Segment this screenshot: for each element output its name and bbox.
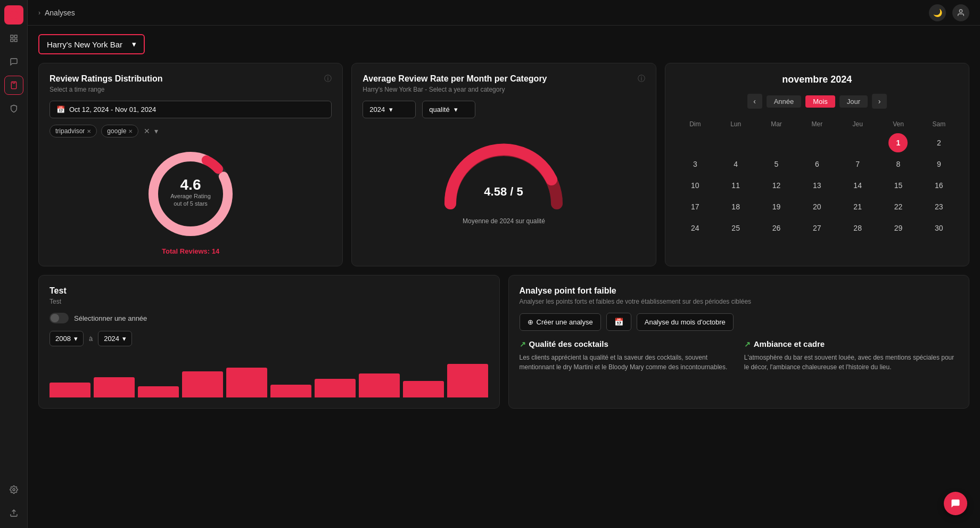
bar-1: [50, 383, 90, 397]
source-tags-row: tripadvisor ✕ google ✕ ✕ ▾: [50, 125, 332, 137]
create-analysis-button[interactable]: ⊕ Créer une analyse: [520, 313, 601, 331]
avg-review-dropdowns: 2024 ▾ qualité ▾: [363, 101, 645, 118]
cal-day-15[interactable]: 15: [888, 176, 908, 195]
col1-title-row: ↗ Qualité des cocktails: [520, 339, 734, 348]
svg-point-0: [10, 11, 18, 19]
analysis-col-2: ↗ Ambiance et cadre L'atmosphère du bar …: [744, 339, 958, 372]
tags-expand-icon[interactable]: ▾: [154, 127, 158, 135]
cal-day-8[interactable]: 8: [888, 155, 908, 174]
date-range-picker[interactable]: 📅 Oct 12, 2024 - Nov 01, 2024: [50, 101, 332, 118]
cal-day-2[interactable]: 2: [929, 133, 949, 152]
cal-day-17[interactable]: 17: [686, 197, 705, 216]
svg-text:out of 5 stars: out of 5 stars: [174, 200, 208, 207]
calendar-nav: ‹ Année Mois Jour ›: [676, 94, 958, 109]
col2-title-row: ↗ Ambiance et cadre: [744, 339, 958, 348]
total-reviews-label: Total Reviews:: [162, 247, 210, 255]
test-card: Test Test Sélectionner une année 2008 ▾ …: [38, 275, 500, 409]
bar-9: [403, 381, 444, 398]
calendar-month-view-button[interactable]: Mois: [805, 95, 835, 108]
cal-day-25[interactable]: 25: [726, 218, 745, 238]
tags-clear-icon[interactable]: ✕: [144, 127, 150, 135]
cal-day-10[interactable]: 10: [686, 176, 705, 195]
review-ratings-info-icon[interactable]: ⓘ: [324, 74, 332, 84]
cal-day-27[interactable]: 27: [808, 218, 827, 238]
year-toggle-label: Sélectionner une année: [74, 314, 147, 322]
year-toggle-switch[interactable]: [50, 313, 69, 323]
calendar-grid: Dim Lun Mar Mer Jeu Ven Sam 1 2 3: [676, 117, 958, 238]
google-tag[interactable]: google ✕: [101, 125, 138, 137]
user-profile-button[interactable]: [952, 4, 969, 21]
cal-day-18[interactable]: 18: [726, 197, 745, 216]
cal-day-6[interactable]: 6: [808, 155, 827, 174]
venue-chevron-icon: ▾: [132, 39, 136, 49]
cal-day-12[interactable]: 12: [767, 176, 786, 195]
october-analysis-button[interactable]: Analyse du mois d'octobre: [637, 313, 734, 331]
sidebar-item-chat[interactable]: [4, 52, 23, 71]
sidebar-item-settings[interactable]: [4, 480, 23, 499]
calendar-day-view-button[interactable]: Jour: [839, 95, 868, 108]
create-analysis-label: Créer une analyse: [537, 318, 593, 326]
cal-day-9[interactable]: 9: [929, 155, 949, 174]
cal-day-1[interactable]: 1: [888, 133, 908, 152]
year-from-value: 2008: [55, 335, 71, 343]
theme-toggle-button[interactable]: 🌙: [929, 4, 946, 21]
sidebar-item-clipboard[interactable]: [4, 76, 23, 95]
analysis-columns: ↗ Qualité des cocktails Les clients appr…: [520, 339, 959, 372]
calendar-next-button[interactable]: ›: [872, 94, 887, 109]
cal-day-11[interactable]: 11: [726, 176, 745, 195]
bar-chart: [50, 355, 489, 397]
cal-day-4[interactable]: 4: [726, 155, 745, 174]
bar-6: [270, 385, 311, 398]
test-card-subtitle: Test: [50, 298, 489, 305]
cal-day-22[interactable]: 22: [888, 197, 908, 216]
cal-day-26[interactable]: 26: [767, 218, 786, 238]
svg-rect-5: [13, 82, 15, 83]
cal-day-21[interactable]: 21: [848, 197, 867, 216]
venue-dropdown[interactable]: Harry's New York Bar ▾: [38, 34, 145, 54]
avg-review-info-icon[interactable]: ⓘ: [638, 74, 645, 84]
google-remove-icon[interactable]: ✕: [128, 128, 133, 134]
cal-day-19[interactable]: 19: [767, 197, 786, 216]
gauge-chart: 4.58 / 5: [440, 140, 567, 214]
calendar-year-view-button[interactable]: Année: [767, 95, 802, 108]
tripadvisor-remove-icon[interactable]: ✕: [87, 128, 91, 134]
year-to-select[interactable]: 2024 ▾: [98, 331, 132, 346]
sidebar-item-grid[interactable]: [4, 29, 23, 48]
svg-point-6: [13, 489, 15, 491]
cal-day-30[interactable]: 30: [929, 218, 949, 238]
col1-text: Les clients apprécient la qualité et la …: [520, 353, 734, 372]
calendar-btn-icon: 📅: [614, 318, 623, 326]
cal-day-24[interactable]: 24: [686, 218, 705, 238]
cal-day-14[interactable]: 14: [848, 176, 867, 195]
chat-bubble-button[interactable]: [944, 492, 967, 515]
sidebar-item-shield[interactable]: [4, 99, 23, 118]
category-value: qualité: [429, 105, 449, 113]
svg-point-8: [959, 10, 962, 12]
cal-day-5[interactable]: 5: [767, 155, 786, 174]
cal-empty-2: [726, 133, 745, 152]
cal-day-7[interactable]: 7: [848, 155, 867, 174]
year-from-select[interactable]: 2008 ▾: [50, 331, 84, 346]
cal-day-23[interactable]: 23: [929, 197, 949, 216]
sidebar-item-home[interactable]: [4, 5, 23, 25]
category-select[interactable]: qualité ▾: [422, 101, 475, 118]
total-reviews: Total Reviews: 14: [50, 247, 332, 255]
year-from-chevron: ▾: [74, 335, 78, 343]
cal-day-29[interactable]: 29: [888, 218, 908, 238]
sidebar-item-export[interactable]: [4, 503, 23, 523]
col2-title-label: Ambiance et cadre: [754, 339, 825, 348]
year-toggle-row: Sélectionner une année: [50, 313, 489, 323]
cal-day-3[interactable]: 3: [686, 155, 705, 174]
cal-header-fri: Ven: [879, 117, 917, 131]
year-select[interactable]: 2024 ▾: [363, 101, 416, 118]
cal-day-20[interactable]: 20: [808, 197, 827, 216]
cal-day-13[interactable]: 13: [808, 176, 827, 195]
bar-8: [359, 373, 400, 398]
cal-day-16[interactable]: 16: [929, 176, 949, 195]
calendar-prev-button[interactable]: ‹: [747, 94, 762, 109]
tripadvisor-tag[interactable]: tripadvisor ✕: [50, 125, 97, 137]
bar-3: [138, 386, 179, 397]
calendar-icon-button[interactable]: 📅: [606, 313, 631, 331]
cal-header-mon: Lun: [717, 117, 755, 131]
cal-day-28[interactable]: 28: [848, 218, 867, 238]
